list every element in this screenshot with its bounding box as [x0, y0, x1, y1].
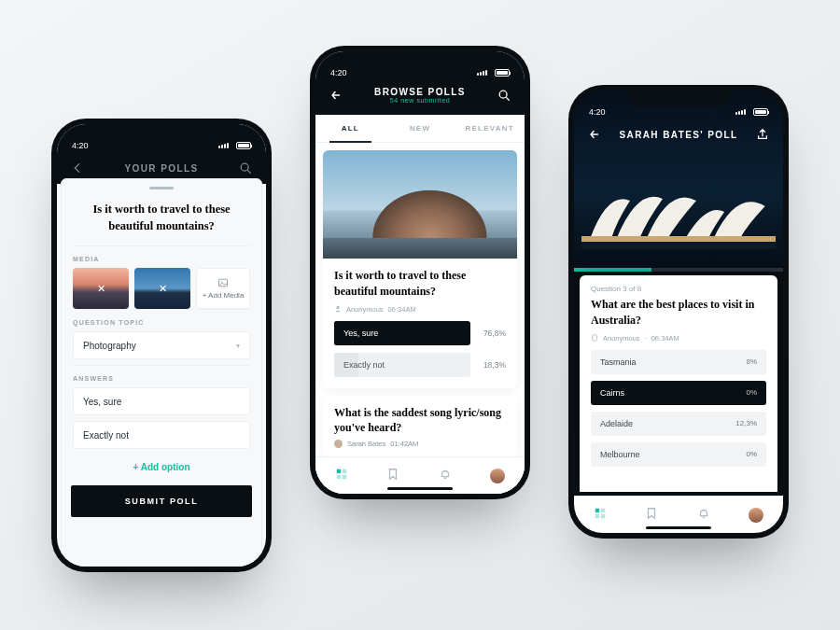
poll-option-label: Adelaide — [600, 419, 633, 428]
svg-rect-6 — [343, 469, 346, 472]
poll-option-pct: 0% — [746, 388, 757, 397]
section-label-media: MEDIA — [73, 245, 250, 268]
search-icon[interactable] — [497, 88, 511, 103]
add-media-button[interactable]: + Add Media — [196, 268, 250, 309]
svg-rect-12 — [595, 508, 599, 511]
poll-author: Anonymous — [603, 334, 640, 343]
poll-option-label: Tasmania — [600, 357, 637, 367]
nav-avatar[interactable] — [490, 469, 505, 483]
poll-card[interactable]: Is it worth to travel to these beautiful… — [323, 150, 517, 388]
poll-option-selected[interactable]: Cairns 0% — [591, 381, 766, 405]
status-time: 4:20 — [330, 68, 347, 77]
remove-media-icon[interactable]: ✕ — [94, 282, 107, 295]
question-counter: Question 3 of 8 — [591, 285, 766, 293]
topic-select[interactable]: Photography — [73, 331, 250, 359]
tab-all[interactable]: ALL — [315, 115, 385, 142]
poll-option-label: Melbourne — [600, 450, 640, 459]
svg-point-2 — [221, 281, 223, 283]
svg-rect-14 — [595, 513, 599, 517]
tab-new[interactable]: NEW — [385, 115, 455, 142]
poll-author: Anonymous — [346, 305, 384, 314]
tab-relevant[interactable]: RELEVANT — [455, 115, 525, 142]
home-indicator — [646, 526, 711, 529]
opera-house-illustration — [581, 184, 776, 249]
svg-rect-7 — [337, 474, 341, 478]
back-icon[interactable] — [329, 88, 343, 103]
battery-icon — [753, 108, 768, 116]
svg-point-3 — [499, 91, 507, 98]
sheet-handle[interactable] — [149, 187, 174, 189]
back-icon[interactable] — [70, 161, 85, 175]
poll-time: 06:34AM — [388, 305, 416, 314]
user-icon — [334, 305, 342, 313]
answer-input[interactable]: Yes, sure — [73, 387, 250, 415]
poll-question: What are the best places to visit in Aus… — [591, 297, 766, 329]
poll-option-label: Exactly not — [343, 360, 385, 370]
poll-question-input[interactable]: Is it worth to travel to these beautiful… — [62, 195, 261, 245]
poll-option[interactable]: Yes, sure — [334, 321, 470, 345]
nav-avatar[interactable] — [749, 508, 763, 523]
media-thumb[interactable]: ✕ — [73, 268, 129, 309]
poll-author: Sarah Bates — [347, 440, 385, 448]
media-thumb[interactable]: ✕ — [134, 268, 190, 309]
poll-question: Is it worth to travel to these beautiful… — [334, 268, 506, 300]
signal-icon — [218, 143, 229, 148]
poll-option[interactable]: Melbourne 0% — [591, 442, 766, 467]
poll-option[interactable]: Exactly not — [334, 353, 470, 377]
svg-point-4 — [336, 306, 339, 309]
poll-option-pct: 18,3% — [478, 360, 506, 370]
signal-icon — [735, 109, 746, 115]
nav-bell-icon[interactable] — [697, 507, 710, 524]
nav-home-icon[interactable] — [594, 507, 607, 524]
poll-option-label: Yes, sure — [343, 329, 378, 338]
battery-icon — [495, 69, 510, 77]
poll-option-pct: 8% — [746, 357, 757, 366]
page-title: SARAH BATES' POLL — [602, 130, 755, 140]
search-icon[interactable] — [238, 161, 253, 175]
remove-media-icon[interactable]: ✕ — [156, 282, 169, 295]
svg-rect-9 — [581, 236, 776, 242]
back-icon[interactable] — [587, 127, 602, 142]
poll-option-label: Cairns — [600, 388, 624, 398]
section-label-answers: ANSWERS — [73, 365, 250, 387]
poll-option-pct: 12,3% — [735, 419, 757, 427]
poll-time: 06:34AM — [651, 334, 679, 343]
phone-browse-polls: 4:20 BROWSE POLLS 54 new submitted — [313, 49, 527, 497]
poll-option[interactable]: Adelaide 12,3% — [591, 412, 766, 436]
svg-rect-13 — [601, 508, 605, 511]
poll-time: 01:42AM — [390, 440, 418, 448]
svg-rect-8 — [343, 474, 346, 478]
device-notch — [369, 49, 471, 67]
page-title: BROWSE POLLS — [374, 87, 466, 97]
poll-question: What is the saddest song lyric/song you'… — [334, 405, 506, 437]
answer-input[interactable]: Exactly not — [73, 421, 250, 449]
nav-home-icon[interactable] — [335, 468, 348, 484]
document-icon — [591, 334, 598, 342]
add-option-button[interactable]: + Add option — [73, 455, 250, 482]
svg-rect-5 — [337, 469, 341, 472]
device-notch — [110, 121, 213, 140]
poll-option-pct: 0% — [746, 450, 757, 458]
image-icon — [217, 277, 229, 288]
poll-progress-bar — [574, 268, 783, 272]
add-media-label: + Add Media — [203, 291, 245, 300]
answer-text: Yes, sure — [83, 397, 121, 407]
svg-rect-15 — [601, 513, 605, 517]
phone-create-poll: 4:20 YOUR POLLS Is it worth to travel t — [54, 121, 269, 569]
status-time: 4:20 — [589, 107, 606, 117]
submit-poll-button[interactable]: SUBMIT POLL — [71, 485, 252, 517]
share-icon[interactable] — [755, 127, 770, 142]
topic-value: Photography — [83, 341, 136, 351]
svg-point-0 — [241, 163, 248, 171]
nav-bookmark-icon[interactable] — [645, 507, 658, 524]
poll-card[interactable]: What is the saddest song lyric/song you'… — [323, 396, 517, 460]
nav-bookmark-icon[interactable] — [386, 468, 399, 484]
answer-text: Exactly not — [83, 430, 129, 441]
nav-bell-icon[interactable] — [439, 468, 452, 484]
phone-poll-detail: 4:20 SARAH BATES' POLL Question 3 of 8 — [571, 88, 786, 536]
page-title: YOUR POLLS — [85, 163, 238, 174]
poll-option[interactable]: Tasmania 8% — [591, 350, 766, 374]
page-subtitle: 54 new submitted — [343, 97, 497, 104]
filter-tabs: ALL NEW RELEVANT — [315, 115, 525, 143]
battery-icon — [236, 142, 251, 149]
